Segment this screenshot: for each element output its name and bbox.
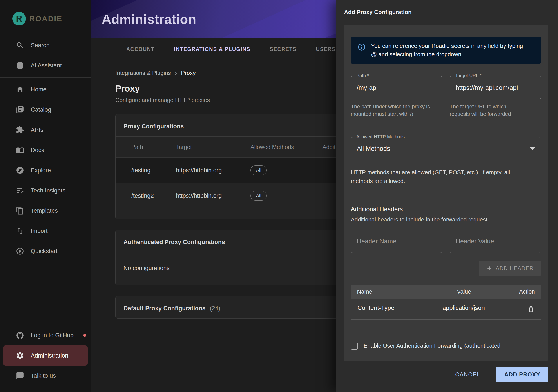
target-url-field-label: Target URL * xyxy=(453,73,483,78)
sidebar-item-label: Quickstart xyxy=(31,248,58,255)
column-name: Name xyxy=(357,288,428,295)
tab-account[interactable]: ACCOUNT xyxy=(117,38,164,61)
templates-icon xyxy=(16,207,24,215)
roadie-wordmark: ROADIE xyxy=(29,15,62,23)
sidebar-item-tech-insights[interactable]: Tech Insights xyxy=(0,180,91,200)
target-field-group: Target URL * The target URL to which req… xyxy=(450,76,541,118)
path-field[interactable]: Path * xyxy=(351,76,442,99)
sidebar-item-catalog[interactable]: Catalog xyxy=(0,100,91,120)
header-row-name-input[interactable] xyxy=(357,304,418,314)
add-proxy-drawer: Add Proxy Configuration You can referenc… xyxy=(336,0,558,392)
sidebar-item-label: Log in to GitHub xyxy=(31,332,74,339)
sidebar-item-quickstart[interactable]: Quickstart xyxy=(0,241,91,261)
target-url-field[interactable]: Target URL * xyxy=(450,76,541,99)
sidebar-item-label: Talk to us xyxy=(31,373,56,379)
sidebar-item-talk-to-us[interactable]: Talk to us xyxy=(0,366,91,386)
sidebar-item-label: APIs xyxy=(31,127,43,133)
tab-secrets[interactable]: SECRETS xyxy=(260,38,306,61)
sidebar-item-templates[interactable]: Templates xyxy=(0,200,91,221)
column-value: Value xyxy=(428,288,500,295)
path-input[interactable] xyxy=(357,84,436,91)
sidebar-item-label: Import xyxy=(31,228,48,235)
cell-path: /testing2 xyxy=(131,192,176,199)
target-url-field-helper: The target URL to which requests will be… xyxy=(450,103,522,118)
target-url-input[interactable] xyxy=(456,84,535,91)
header-name-input[interactable] xyxy=(357,238,436,245)
header-value-field[interactable] xyxy=(450,230,541,253)
sidebar-item-home[interactable]: Home xyxy=(0,79,91,100)
sidebar-item-label: Templates xyxy=(31,208,58,214)
additional-headers-title: Additional Headers xyxy=(351,206,541,213)
auth-forwarding-checkbox[interactable] xyxy=(351,343,358,349)
column-allowed-methods: Allowed Methods xyxy=(250,144,323,150)
additional-headers-subtitle: Additional headers to include in the for… xyxy=(351,216,541,223)
quickstart-icon xyxy=(16,247,24,255)
roadie-logo-icon: R xyxy=(12,12,26,26)
column-path: Path xyxy=(131,144,176,150)
auth-forwarding-row: Enable User Authentication Forwarding (a… xyxy=(351,342,541,349)
sidebar-item-explore[interactable]: Explore xyxy=(0,160,91,180)
allowed-methods-label: Allowed HTTP Methods xyxy=(355,134,406,139)
import-icon xyxy=(16,227,24,235)
sidebar-main-nav: Home Catalog APIs Docs Explore Tech Insi… xyxy=(0,79,91,261)
drawer-footer: CANCEL ADD PROXY xyxy=(447,366,548,382)
github-icon xyxy=(16,331,24,340)
add-proxy-button[interactable]: ADD PROXY xyxy=(496,366,548,382)
header-value-input[interactable] xyxy=(456,238,535,245)
sidebar-item-ai-assistant[interactable]: AI Assistant xyxy=(0,55,91,76)
info-icon xyxy=(357,43,366,51)
tech-insights-icon xyxy=(16,186,24,195)
sidebar-item-label: Catalog xyxy=(31,106,51,113)
column-target: Target xyxy=(176,144,250,150)
headers-table: Name Value Action xyxy=(351,285,541,320)
info-alert-text: You can reference your Roadie secrets in… xyxy=(371,42,525,59)
catalog-icon xyxy=(16,105,24,114)
cell-path: /testing xyxy=(131,167,176,174)
sidebar-item-label: Tech Insights xyxy=(31,187,65,194)
docs-icon xyxy=(16,146,24,154)
allowed-methods-helper: HTTP methods that are allowed (GET, POST… xyxy=(351,168,527,186)
github-status-dot xyxy=(83,334,86,337)
methods-chip: All xyxy=(250,191,267,200)
allowed-methods-select[interactable]: Allowed HTTP Methods All Methods xyxy=(351,137,541,160)
roadie-logo[interactable]: R ROADIE xyxy=(0,0,91,35)
breadcrumb-parent-link[interactable]: Integrations & Plugins xyxy=(115,70,171,77)
column-action: Action xyxy=(500,288,535,295)
add-header-button[interactable]: ADD HEADER xyxy=(479,261,541,276)
home-icon xyxy=(16,85,24,94)
sidebar-bottom-nav: Log in to GitHub Administration Talk to … xyxy=(0,325,91,392)
sidebar-item-import[interactable]: Import xyxy=(0,221,91,241)
sidebar-item-label: Search xyxy=(31,42,50,49)
sidebar-item-docs[interactable]: Docs xyxy=(0,140,91,160)
methods-chip: All xyxy=(250,166,267,175)
breadcrumb-current: Proxy xyxy=(181,70,196,77)
sidebar-item-search[interactable]: Search xyxy=(0,35,91,55)
headers-table-header: Name Value Action xyxy=(351,285,541,299)
delete-header-button[interactable] xyxy=(527,305,535,313)
sidebar-item-label: AI Assistant xyxy=(31,62,62,69)
page-banner-title: Administration xyxy=(102,11,196,26)
trash-icon xyxy=(527,305,535,313)
add-proxy-form: You can reference your Roadie secrets in… xyxy=(344,25,548,361)
sidebar-top-nav: Search AI Assistant xyxy=(0,35,91,76)
plus-icon xyxy=(486,265,493,272)
card-title: Default Proxy Configurations xyxy=(123,305,206,312)
header-name-field[interactable] xyxy=(351,230,442,253)
cancel-button[interactable]: CANCEL xyxy=(447,366,488,382)
sidebar-item-github-login[interactable]: Log in to GitHub xyxy=(0,325,91,345)
path-field-group: Path * The path under which the proxy is… xyxy=(351,76,442,118)
auth-forwarding-label: Enable User Authentication Forwarding (a… xyxy=(364,342,500,349)
tab-integrations-plugins[interactable]: INTEGRATIONS & PLUGINS xyxy=(164,38,260,61)
sidebar-item-label: Administration xyxy=(31,352,68,359)
sidebar-item-label: Explore xyxy=(31,167,51,174)
chat-icon xyxy=(16,372,24,380)
ai-assistant-icon xyxy=(16,61,24,70)
search-icon xyxy=(16,41,24,49)
header-row-value-input[interactable] xyxy=(433,304,495,314)
cell-target: https://httpbin.org xyxy=(176,192,250,199)
sidebar-item-label: Docs xyxy=(31,147,44,154)
chevron-right-icon: › xyxy=(175,69,177,77)
sidebar-item-apis[interactable]: APIs xyxy=(0,120,91,140)
sidebar-item-administration[interactable]: Administration xyxy=(3,345,88,366)
table-row xyxy=(351,299,541,320)
